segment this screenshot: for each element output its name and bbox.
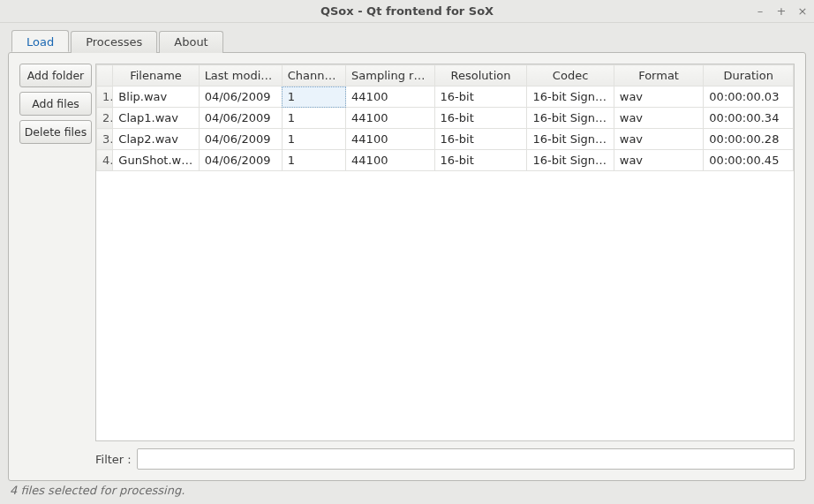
- file-table-container: Filename Last modified Channels Sampling…: [95, 64, 795, 441]
- col-channels[interactable]: Channels: [282, 65, 345, 87]
- add-folder-button[interactable]: Add folder: [19, 64, 92, 87]
- cell-resolution[interactable]: 16-bit: [434, 129, 527, 150]
- table-corner: [97, 65, 113, 87]
- tab-processes[interactable]: Processes: [71, 31, 157, 53]
- add-files-button[interactable]: Add files: [19, 92, 92, 116]
- cell-last_modified[interactable]: 04/06/2009: [199, 87, 282, 108]
- filter-row: Filter :: [19, 448, 795, 470]
- cell-sampling_rate[interactable]: 44100: [346, 87, 435, 108]
- cell-last_modified[interactable]: 04/06/2009: [199, 129, 282, 150]
- side-button-column: Add folder Add files Delete files: [19, 64, 92, 441]
- tab-load[interactable]: Load: [11, 30, 69, 52]
- minimize-icon[interactable]: –: [754, 4, 766, 18]
- cell-resolution[interactable]: 16-bit: [434, 87, 527, 108]
- cell-sampling_rate[interactable]: 44100: [346, 150, 435, 171]
- tab-widget: Load Processes About Add folder Add file…: [8, 30, 806, 481]
- tab-pane-load: Add folder Add files Delete files: [8, 52, 806, 481]
- cell-resolution[interactable]: 16-bit: [434, 150, 527, 171]
- table-row[interactable]: 3Clap2.wav04/06/200914410016-bit16-bit S…: [97, 129, 794, 150]
- table-row[interactable]: 1Blip.wav04/06/200914410016-bit16-bit Si…: [97, 87, 794, 108]
- cell-duration[interactable]: 00:00:00.34: [704, 108, 794, 129]
- status-bar: 4 files selected for processing.: [8, 481, 806, 500]
- cell-channels[interactable]: 1: [282, 129, 345, 150]
- cell-format[interactable]: wav: [614, 87, 704, 108]
- cell-format[interactable]: wav: [614, 108, 704, 129]
- window-titlebar: QSox - Qt frontend for SoX – + ×: [0, 0, 814, 23]
- cell-codec[interactable]: 16-bit Signed I...: [527, 87, 614, 108]
- cell-codec[interactable]: 16-bit Signed I...: [527, 108, 614, 129]
- table-empty-area: [96, 171, 794, 440]
- filter-label: Filter :: [95, 453, 132, 466]
- col-format[interactable]: Format: [614, 65, 704, 87]
- col-resolution[interactable]: Resolution: [434, 65, 527, 87]
- load-top-row: Add folder Add files Delete files: [19, 64, 795, 441]
- cell-duration[interactable]: 00:00:00.28: [704, 129, 794, 150]
- row-index[interactable]: 3: [97, 129, 113, 150]
- filter-input[interactable]: [137, 448, 795, 470]
- tab-bar: Load Processes About: [8, 30, 806, 52]
- cell-last_modified[interactable]: 04/06/2009: [199, 108, 282, 129]
- cell-format[interactable]: wav: [614, 150, 704, 171]
- row-index[interactable]: 4: [97, 150, 113, 171]
- col-last-modified[interactable]: Last modified: [199, 65, 282, 87]
- cell-channels[interactable]: 1: [282, 150, 345, 171]
- file-table[interactable]: Filename Last modified Channels Sampling…: [96, 64, 794, 171]
- col-codec[interactable]: Codec: [527, 65, 614, 87]
- cell-duration[interactable]: 00:00:00.45: [704, 150, 794, 171]
- window-client: Load Processes About Add folder Add file…: [0, 23, 814, 504]
- close-icon[interactable]: ×: [796, 4, 809, 18]
- table-header-row: Filename Last modified Channels Sampling…: [97, 65, 794, 87]
- cell-filename[interactable]: GunShot.wav: [113, 150, 199, 171]
- col-duration[interactable]: Duration: [704, 65, 794, 87]
- cell-sampling_rate[interactable]: 44100: [346, 108, 435, 129]
- cell-codec[interactable]: 16-bit Signed I...: [527, 129, 614, 150]
- cell-filename[interactable]: Clap1.wav: [113, 108, 199, 129]
- cell-last_modified[interactable]: 04/06/2009: [199, 150, 282, 171]
- maximize-icon[interactable]: +: [775, 4, 788, 18]
- cell-codec[interactable]: 16-bit Signed I...: [527, 150, 614, 171]
- col-sampling-rate[interactable]: Sampling rate: [346, 65, 435, 87]
- cell-filename[interactable]: Clap2.wav: [113, 129, 199, 150]
- delete-files-button[interactable]: Delete files: [19, 120, 92, 144]
- tab-about[interactable]: About: [159, 31, 222, 53]
- col-filename[interactable]: Filename: [113, 65, 199, 87]
- row-index[interactable]: 1: [97, 87, 113, 108]
- table-row[interactable]: 2Clap1.wav04/06/200914410016-bit16-bit S…: [97, 108, 794, 129]
- cell-format[interactable]: wav: [614, 129, 704, 150]
- cell-channels[interactable]: 1: [282, 108, 345, 129]
- cell-duration[interactable]: 00:00:00.03: [704, 87, 794, 108]
- cell-sampling_rate[interactable]: 44100: [346, 129, 435, 150]
- cell-channels[interactable]: 1: [282, 87, 345, 108]
- cell-resolution[interactable]: 16-bit: [434, 108, 527, 129]
- table-row[interactable]: 4GunShot.wav04/06/200914410016-bit16-bit…: [97, 150, 794, 171]
- window-title: QSox - Qt frontend for SoX: [0, 4, 814, 18]
- cell-filename[interactable]: Blip.wav: [113, 87, 199, 108]
- window-controls: – + ×: [754, 0, 809, 22]
- row-index[interactable]: 2: [97, 108, 113, 129]
